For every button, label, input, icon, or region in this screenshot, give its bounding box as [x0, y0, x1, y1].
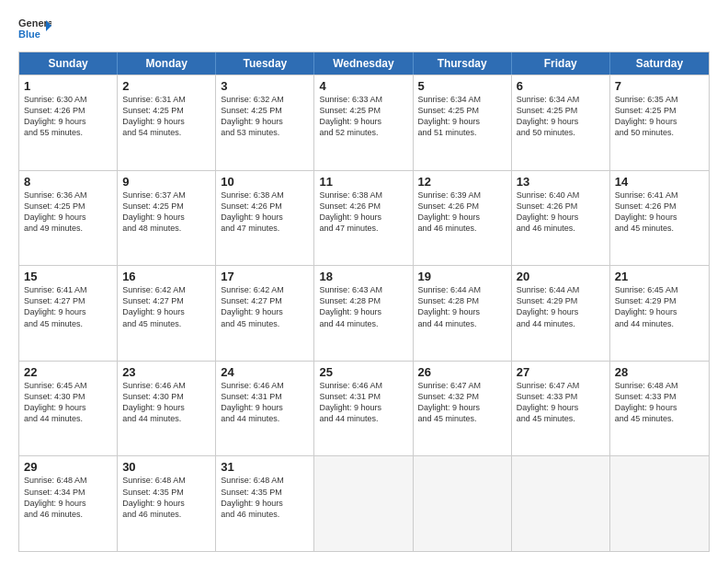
calendar-row-4: 29Sunrise: 6:48 AMSunset: 4:34 PMDayligh…: [19, 455, 709, 551]
day-number: 9: [122, 175, 210, 189]
header: General Blue: [18, 17, 710, 42]
calendar-empty-cell: [512, 456, 610, 551]
day-info: Sunrise: 6:39 AMSunset: 4:26 PMDaylight:…: [418, 190, 506, 235]
day-info: Sunrise: 6:46 AMSunset: 4:30 PMDaylight:…: [122, 380, 210, 425]
day-info: Sunrise: 6:46 AMSunset: 4:31 PMDaylight:…: [319, 380, 407, 425]
day-info: Sunrise: 6:45 AMSunset: 4:29 PMDaylight:…: [615, 284, 704, 329]
logo-svg: General Blue: [18, 17, 51, 42]
calendar-day-18: 18Sunrise: 6:43 AMSunset: 4:28 PMDayligh…: [314, 266, 413, 361]
day-info: Sunrise: 6:44 AMSunset: 4:28 PMDaylight:…: [418, 284, 506, 329]
day-info: Sunrise: 6:47 AMSunset: 4:32 PMDaylight:…: [418, 380, 506, 425]
header-day-saturday: Saturday: [610, 52, 709, 75]
day-info: Sunrise: 6:48 AMSunset: 4:35 PMDaylight:…: [221, 475, 309, 520]
day-number: 4: [319, 79, 407, 93]
calendar-row-3: 22Sunrise: 6:45 AMSunset: 4:30 PMDayligh…: [19, 361, 709, 456]
day-number: 17: [221, 270, 309, 283]
calendar-day-24: 24Sunrise: 6:46 AMSunset: 4:31 PMDayligh…: [216, 362, 314, 456]
calendar-day-1: 1Sunrise: 6:30 AMSunset: 4:26 PMDaylight…: [19, 75, 118, 170]
day-number: 6: [517, 79, 605, 93]
day-number: 2: [122, 79, 210, 93]
day-info: Sunrise: 6:40 AMSunset: 4:26 PMDaylight:…: [517, 190, 605, 235]
day-number: 11: [319, 175, 407, 189]
day-number: 21: [615, 270, 704, 283]
day-number: 1: [24, 79, 112, 93]
day-info: Sunrise: 6:46 AMSunset: 4:31 PMDaylight:…: [221, 380, 309, 425]
calendar-day-26: 26Sunrise: 6:47 AMSunset: 4:32 PMDayligh…: [414, 362, 512, 456]
calendar-header: SundayMondayTuesdayWednesdayThursdayFrid…: [19, 52, 709, 75]
calendar-day-12: 12Sunrise: 6:39 AMSunset: 4:26 PMDayligh…: [414, 171, 512, 266]
calendar-empty-cell: [610, 456, 709, 551]
day-number: 31: [221, 460, 309, 474]
calendar-day-29: 29Sunrise: 6:48 AMSunset: 4:34 PMDayligh…: [19, 456, 118, 551]
calendar-day-27: 27Sunrise: 6:47 AMSunset: 4:33 PMDayligh…: [512, 362, 610, 456]
calendar-day-15: 15Sunrise: 6:41 AMSunset: 4:27 PMDayligh…: [19, 266, 118, 361]
page: General Blue SundayMondayTuesdayWednesda…: [0, 0, 728, 563]
calendar-day-17: 17Sunrise: 6:42 AMSunset: 4:27 PMDayligh…: [216, 266, 314, 361]
day-number: 26: [418, 365, 506, 379]
day-info: Sunrise: 6:31 AMSunset: 4:25 PMDaylight:…: [122, 94, 210, 139]
header-day-monday: Monday: [118, 52, 216, 75]
day-number: 7: [615, 79, 704, 93]
calendar-day-9: 9Sunrise: 6:37 AMSunset: 4:25 PMDaylight…: [118, 171, 216, 266]
calendar-day-4: 4Sunrise: 6:33 AMSunset: 4:25 PMDaylight…: [314, 75, 413, 170]
calendar-day-13: 13Sunrise: 6:40 AMSunset: 4:26 PMDayligh…: [512, 171, 610, 266]
day-info: Sunrise: 6:48 AMSunset: 4:35 PMDaylight:…: [122, 475, 210, 520]
header-day-friday: Friday: [512, 52, 610, 75]
calendar-day-14: 14Sunrise: 6:41 AMSunset: 4:26 PMDayligh…: [610, 171, 709, 266]
day-number: 22: [24, 365, 112, 379]
calendar-empty-cell: [314, 456, 413, 551]
calendar-day-19: 19Sunrise: 6:44 AMSunset: 4:28 PMDayligh…: [414, 266, 512, 361]
calendar-row-2: 15Sunrise: 6:41 AMSunset: 4:27 PMDayligh…: [19, 265, 709, 361]
day-info: Sunrise: 6:45 AMSunset: 4:30 PMDaylight:…: [24, 380, 112, 425]
calendar-body: 1Sunrise: 6:30 AMSunset: 4:26 PMDaylight…: [19, 75, 709, 551]
calendar-day-11: 11Sunrise: 6:38 AMSunset: 4:26 PMDayligh…: [314, 171, 413, 266]
day-info: Sunrise: 6:32 AMSunset: 4:25 PMDaylight:…: [221, 94, 309, 139]
day-number: 5: [418, 79, 506, 93]
calendar-day-22: 22Sunrise: 6:45 AMSunset: 4:30 PMDayligh…: [19, 362, 118, 456]
day-info: Sunrise: 6:42 AMSunset: 4:27 PMDaylight:…: [122, 284, 210, 329]
calendar-day-8: 8Sunrise: 6:36 AMSunset: 4:25 PMDaylight…: [19, 171, 118, 266]
calendar-day-2: 2Sunrise: 6:31 AMSunset: 4:25 PMDaylight…: [118, 75, 216, 170]
day-number: 29: [24, 460, 112, 474]
calendar-day-3: 3Sunrise: 6:32 AMSunset: 4:25 PMDaylight…: [216, 75, 314, 170]
day-info: Sunrise: 6:41 AMSunset: 4:27 PMDaylight:…: [24, 284, 112, 329]
day-number: 30: [122, 460, 210, 474]
calendar-day-25: 25Sunrise: 6:46 AMSunset: 4:31 PMDayligh…: [314, 362, 413, 456]
day-info: Sunrise: 6:30 AMSunset: 4:26 PMDaylight:…: [24, 94, 112, 139]
calendar-day-21: 21Sunrise: 6:45 AMSunset: 4:29 PMDayligh…: [610, 266, 709, 361]
day-number: 19: [418, 270, 506, 283]
calendar-day-30: 30Sunrise: 6:48 AMSunset: 4:35 PMDayligh…: [118, 456, 216, 551]
day-info: Sunrise: 6:42 AMSunset: 4:27 PMDaylight:…: [221, 284, 309, 329]
day-number: 27: [517, 365, 605, 379]
day-info: Sunrise: 6:38 AMSunset: 4:26 PMDaylight:…: [319, 190, 407, 235]
calendar-row-0: 1Sunrise: 6:30 AMSunset: 4:26 PMDaylight…: [19, 75, 709, 170]
day-info: Sunrise: 6:43 AMSunset: 4:28 PMDaylight:…: [319, 284, 407, 329]
day-number: 14: [615, 175, 704, 189]
day-number: 13: [517, 175, 605, 189]
day-info: Sunrise: 6:44 AMSunset: 4:29 PMDaylight:…: [517, 284, 605, 329]
calendar-day-31: 31Sunrise: 6:48 AMSunset: 4:35 PMDayligh…: [216, 456, 314, 551]
day-info: Sunrise: 6:41 AMSunset: 4:26 PMDaylight:…: [615, 190, 704, 235]
day-number: 8: [24, 175, 112, 189]
day-number: 23: [122, 365, 210, 379]
header-day-tuesday: Tuesday: [216, 52, 314, 75]
day-number: 20: [517, 270, 605, 283]
header-day-thursday: Thursday: [414, 52, 512, 75]
day-info: Sunrise: 6:35 AMSunset: 4:25 PMDaylight:…: [615, 94, 704, 139]
day-info: Sunrise: 6:37 AMSunset: 4:25 PMDaylight:…: [122, 190, 210, 235]
day-info: Sunrise: 6:38 AMSunset: 4:26 PMDaylight:…: [221, 190, 309, 235]
day-number: 25: [319, 365, 407, 379]
day-number: 3: [221, 79, 309, 93]
calendar: SundayMondayTuesdayWednesdayThursdayFrid…: [18, 52, 710, 552]
day-info: Sunrise: 6:33 AMSunset: 4:25 PMDaylight:…: [319, 94, 407, 139]
calendar-day-7: 7Sunrise: 6:35 AMSunset: 4:25 PMDaylight…: [610, 75, 709, 170]
day-number: 10: [221, 175, 309, 189]
calendar-day-23: 23Sunrise: 6:46 AMSunset: 4:30 PMDayligh…: [118, 362, 216, 456]
day-info: Sunrise: 6:34 AMSunset: 4:25 PMDaylight:…: [418, 94, 506, 139]
day-number: 12: [418, 175, 506, 189]
header-day-wednesday: Wednesday: [314, 52, 413, 75]
day-number: 16: [122, 270, 210, 283]
header-day-sunday: Sunday: [19, 52, 118, 75]
day-info: Sunrise: 6:47 AMSunset: 4:33 PMDaylight:…: [517, 380, 605, 425]
day-info: Sunrise: 6:48 AMSunset: 4:33 PMDaylight:…: [615, 380, 704, 425]
